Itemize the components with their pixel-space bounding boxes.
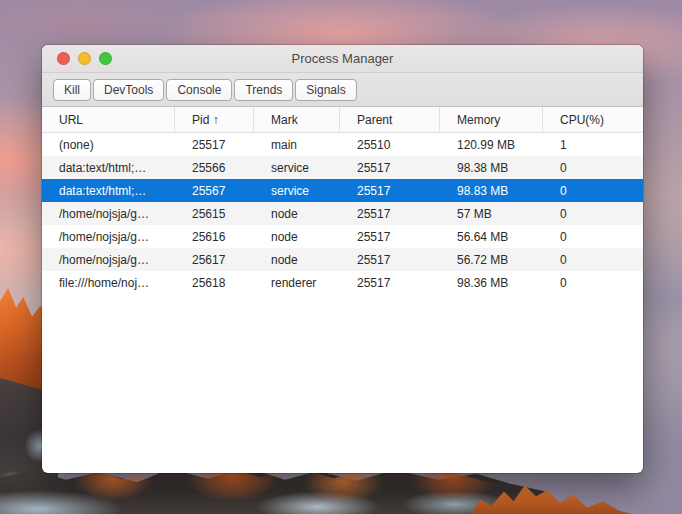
column-header-pid[interactable]: Pid ↑ [175,107,254,132]
table-body: (none)25517main25510120.99 MB1data:text/… [42,133,643,294]
url-cell: (none) [42,133,175,156]
url-cell: /home/nojsja/g… [42,248,175,271]
toolbar-button-devtools[interactable]: DevTools [93,79,164,101]
table-header: URLPid ↑MarkParentMemoryCPU(%) [42,107,643,133]
minimize-button[interactable] [78,52,91,65]
pid-cell: 25616 [175,225,254,248]
table-row[interactable]: /home/nojsja/g…25615node2551757 MB0 [42,202,643,225]
pid-cell: 25617 [175,248,254,271]
table-row[interactable]: /home/nojsja/g…25616node2551756.64 MB0 [42,225,643,248]
parent-cell: 25517 [340,225,440,248]
process-manager-window: Process Manager KillDevToolsConsoleTrend… [42,45,643,473]
pid-cell: 25517 [175,133,254,156]
mark-cell: node [254,248,340,271]
memory-cell: 120.99 MB [440,133,543,156]
mark-cell: renderer [254,271,340,294]
column-header-cpu[interactable]: CPU(%) [543,107,643,132]
toolbar-button-kill[interactable]: Kill [53,79,91,101]
url-cell: file:///home/noj… [42,271,175,294]
zoom-button[interactable] [99,52,112,65]
table-row[interactable]: data:text/html;…25566service2551798.38 M… [42,156,643,179]
url-cell: /home/nojsja/g… [42,225,175,248]
window-title: Process Manager [292,51,394,66]
url-cell: /home/nojsja/g… [42,202,175,225]
mark-cell: service [254,179,340,202]
column-header-memory[interactable]: Memory [440,107,543,132]
mark-cell: main [254,133,340,156]
url-cell: data:text/html;… [42,179,175,202]
table-row[interactable]: (none)25517main25510120.99 MB1 [42,133,643,156]
cpu-cell: 0 [543,248,643,271]
toolbar-button-console[interactable]: Console [166,79,232,101]
cpu-cell: 1 [543,133,643,156]
table-row[interactable]: file:///home/noj…25618renderer2551798.36… [42,271,643,294]
table-row[interactable]: data:text/html;…25567service2551798.83 M… [42,179,643,202]
toolbar: KillDevToolsConsoleTrendsSignals [42,73,643,107]
pid-cell: 25566 [175,156,254,179]
mark-cell: node [254,225,340,248]
traffic-lights [57,45,112,72]
parent-cell: 25517 [340,156,440,179]
memory-cell: 98.38 MB [440,156,543,179]
pid-cell: 25615 [175,202,254,225]
parent-cell: 25510 [340,133,440,156]
cpu-cell: 0 [543,179,643,202]
memory-cell: 56.64 MB [440,225,543,248]
parent-cell: 25517 [340,179,440,202]
toolbar-button-signals[interactable]: Signals [295,79,356,101]
parent-cell: 25517 [340,248,440,271]
mark-cell: node [254,202,340,225]
memory-cell: 57 MB [440,202,543,225]
toolbar-button-trends[interactable]: Trends [234,79,293,101]
column-header-mark[interactable]: Mark [254,107,340,132]
cpu-cell: 0 [543,202,643,225]
parent-cell: 25517 [340,271,440,294]
pid-cell: 25567 [175,179,254,202]
mark-cell: service [254,156,340,179]
cpu-cell: 0 [543,225,643,248]
close-button[interactable] [57,52,70,65]
memory-cell: 98.36 MB [440,271,543,294]
pid-cell: 25618 [175,271,254,294]
column-header-parent[interactable]: Parent [340,107,440,132]
parent-cell: 25517 [340,202,440,225]
table-row[interactable]: /home/nojsja/g…25617node2551756.72 MB0 [42,248,643,271]
column-header-url[interactable]: URL [42,107,175,132]
cpu-cell: 0 [543,271,643,294]
cpu-cell: 0 [543,156,643,179]
memory-cell: 98.83 MB [440,179,543,202]
process-table: URLPid ↑MarkParentMemoryCPU(%) (none)255… [42,107,643,294]
url-cell: data:text/html;… [42,156,175,179]
memory-cell: 56.72 MB [440,248,543,271]
window-titlebar[interactable]: Process Manager [42,45,643,73]
